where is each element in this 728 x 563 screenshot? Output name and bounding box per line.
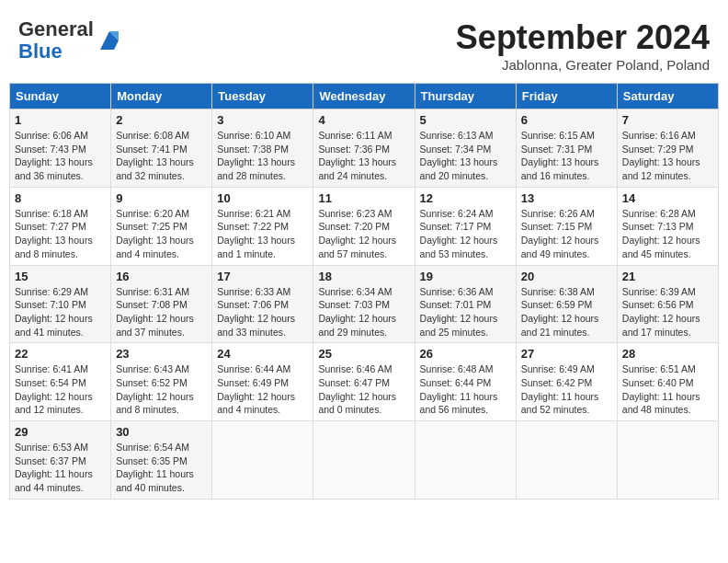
calendar-cell (617, 421, 718, 500)
day-of-week-sunday: Sunday (10, 84, 111, 109)
day-info: Sunrise: 6:06 AM Sunset: 7:43 PM Dayligh… (15, 130, 93, 181)
day-info: Sunrise: 6:48 AM Sunset: 6:44 PM Dayligh… (420, 363, 498, 415)
day-number: 18 (318, 270, 409, 283)
day-number: 13 (521, 191, 612, 205)
calendar-cell: 9Sunrise: 6:20 AM Sunset: 7:25 PM Daylig… (111, 187, 212, 265)
header: General Blue September 2024 Jablonna, Gr… (9, 9, 719, 77)
calendar-cell: 18Sunrise: 6:34 AM Sunset: 7:03 PM Dayli… (313, 265, 415, 343)
day-info: Sunrise: 6:10 AM Sunset: 7:38 PM Dayligh… (217, 130, 295, 181)
day-number: 27 (521, 347, 612, 361)
calendar-cell: 21Sunrise: 6:39 AM Sunset: 6:56 PM Dayli… (617, 265, 718, 343)
day-of-week-tuesday: Tuesday (212, 84, 313, 109)
calendar-cell: 24Sunrise: 6:44 AM Sunset: 6:49 PM Dayli… (212, 343, 313, 421)
calendar-cell: 13Sunrise: 6:26 AM Sunset: 7:15 PM Dayli… (516, 187, 617, 265)
calendar-week-5: 29Sunrise: 6:53 AM Sunset: 6:37 PM Dayli… (10, 421, 719, 500)
day-number: 30 (116, 425, 207, 439)
logo-blue: Blue (18, 40, 63, 63)
calendar-cell: 14Sunrise: 6:28 AM Sunset: 7:13 PM Dayli… (617, 187, 718, 265)
calendar-header-row: SundayMondayTuesdayWednesdayThursdayFrid… (10, 84, 719, 109)
day-of-week-friday: Friday (516, 84, 617, 109)
calendar-cell: 22Sunrise: 6:41 AM Sunset: 6:54 PM Dayli… (10, 343, 111, 421)
day-of-week-thursday: Thursday (415, 84, 516, 109)
day-number: 29 (15, 425, 106, 439)
day-info: Sunrise: 6:28 AM Sunset: 7:13 PM Dayligh… (622, 208, 700, 259)
calendar-cell: 25Sunrise: 6:46 AM Sunset: 6:47 PM Dayli… (313, 343, 415, 421)
day-info: Sunrise: 6:26 AM Sunset: 7:15 PM Dayligh… (521, 208, 599, 259)
day-info: Sunrise: 6:54 AM Sunset: 6:35 PM Dayligh… (116, 442, 194, 493)
calendar-cell (415, 421, 516, 500)
day-number: 4 (318, 113, 409, 127)
day-number: 21 (622, 270, 713, 283)
calendar-cell: 2Sunrise: 6:08 AM Sunset: 7:41 PM Daylig… (111, 109, 212, 188)
day-number: 17 (217, 270, 308, 283)
calendar-cell: 29Sunrise: 6:53 AM Sunset: 6:37 PM Dayli… (10, 421, 111, 500)
calendar-cell: 28Sunrise: 6:51 AM Sunset: 6:40 PM Dayli… (617, 343, 718, 421)
logo: General Blue (18, 18, 123, 63)
day-info: Sunrise: 6:39 AM Sunset: 6:56 PM Dayligh… (622, 286, 700, 338)
day-info: Sunrise: 6:11 AM Sunset: 7:36 PM Dayligh… (318, 130, 396, 181)
calendar-week-3: 15Sunrise: 6:29 AM Sunset: 7:10 PM Dayli… (10, 265, 719, 343)
day-info: Sunrise: 6:46 AM Sunset: 6:47 PM Dayligh… (318, 363, 396, 415)
calendar-cell: 10Sunrise: 6:21 AM Sunset: 7:22 PM Dayli… (212, 187, 313, 265)
calendar-week-4: 22Sunrise: 6:41 AM Sunset: 6:54 PM Dayli… (10, 343, 719, 421)
day-number: 8 (15, 191, 106, 205)
day-number: 3 (217, 113, 308, 127)
day-number: 20 (521, 270, 612, 283)
calendar-cell: 26Sunrise: 6:48 AM Sunset: 6:44 PM Dayli… (415, 343, 516, 421)
calendar-cell: 23Sunrise: 6:43 AM Sunset: 6:52 PM Dayli… (111, 343, 212, 421)
day-info: Sunrise: 6:20 AM Sunset: 7:25 PM Dayligh… (116, 208, 194, 259)
day-number: 25 (318, 347, 409, 361)
calendar-cell: 30Sunrise: 6:54 AM Sunset: 6:35 PM Dayli… (111, 421, 212, 500)
calendar-cell: 6Sunrise: 6:15 AM Sunset: 7:31 PM Daylig… (516, 109, 617, 188)
calendar-cell (313, 421, 415, 500)
calendar-cell: 16Sunrise: 6:31 AM Sunset: 7:08 PM Dayli… (111, 265, 212, 343)
calendar-cell: 27Sunrise: 6:49 AM Sunset: 6:42 PM Dayli… (516, 343, 617, 421)
day-number: 28 (622, 347, 713, 361)
calendar-table: SundayMondayTuesdayWednesdayThursdayFrid… (9, 83, 719, 500)
day-number: 24 (217, 347, 308, 361)
day-info: Sunrise: 6:38 AM Sunset: 6:59 PM Dayligh… (521, 286, 599, 338)
day-info: Sunrise: 6:23 AM Sunset: 7:20 PM Dayligh… (318, 208, 396, 259)
calendar-cell: 7Sunrise: 6:16 AM Sunset: 7:29 PM Daylig… (617, 109, 718, 188)
day-number: 6 (521, 113, 612, 127)
day-info: Sunrise: 6:15 AM Sunset: 7:31 PM Dayligh… (521, 130, 599, 181)
day-number: 16 (116, 270, 207, 283)
calendar-cell: 17Sunrise: 6:33 AM Sunset: 7:06 PM Dayli… (212, 265, 313, 343)
day-number: 23 (116, 347, 207, 361)
month-title: September 2024 (456, 18, 710, 57)
day-info: Sunrise: 6:34 AM Sunset: 7:03 PM Dayligh… (318, 286, 396, 338)
day-number: 2 (116, 113, 207, 127)
day-of-week-saturday: Saturday (617, 84, 718, 109)
calendar-cell (516, 421, 617, 500)
calendar-cell: 20Sunrise: 6:38 AM Sunset: 6:59 PM Dayli… (516, 265, 617, 343)
calendar-week-1: 1Sunrise: 6:06 AM Sunset: 7:43 PM Daylig… (10, 109, 719, 188)
day-info: Sunrise: 6:18 AM Sunset: 7:27 PM Dayligh… (15, 208, 93, 259)
calendar-cell: 4Sunrise: 6:11 AM Sunset: 7:36 PM Daylig… (313, 109, 415, 188)
day-number: 7 (622, 113, 713, 127)
calendar-cell: 11Sunrise: 6:23 AM Sunset: 7:20 PM Dayli… (313, 187, 415, 265)
day-number: 9 (116, 191, 207, 205)
day-number: 22 (15, 347, 106, 361)
calendar-cell: 3Sunrise: 6:10 AM Sunset: 7:38 PM Daylig… (212, 109, 313, 188)
calendar-week-2: 8Sunrise: 6:18 AM Sunset: 7:27 PM Daylig… (10, 187, 719, 265)
day-info: Sunrise: 6:33 AM Sunset: 7:06 PM Dayligh… (217, 286, 295, 338)
day-number: 14 (622, 191, 713, 205)
day-number: 26 (420, 347, 511, 361)
day-number: 11 (318, 191, 409, 205)
day-info: Sunrise: 6:44 AM Sunset: 6:49 PM Dayligh… (217, 363, 295, 415)
day-info: Sunrise: 6:53 AM Sunset: 6:37 PM Dayligh… (15, 442, 93, 493)
day-number: 12 (420, 191, 511, 205)
calendar-cell: 5Sunrise: 6:13 AM Sunset: 7:34 PM Daylig… (415, 109, 516, 188)
title-block: September 2024 Jablonna, Greater Poland,… (456, 18, 710, 73)
calendar-cell: 8Sunrise: 6:18 AM Sunset: 7:27 PM Daylig… (10, 187, 111, 265)
day-number: 1 (15, 113, 106, 127)
day-info: Sunrise: 6:08 AM Sunset: 7:41 PM Dayligh… (116, 130, 194, 181)
calendar-cell: 15Sunrise: 6:29 AM Sunset: 7:10 PM Dayli… (10, 265, 111, 343)
day-number: 10 (217, 191, 308, 205)
day-info: Sunrise: 6:24 AM Sunset: 7:17 PM Dayligh… (420, 208, 498, 259)
day-info: Sunrise: 6:16 AM Sunset: 7:29 PM Dayligh… (622, 130, 700, 181)
day-info: Sunrise: 6:31 AM Sunset: 7:08 PM Dayligh… (116, 286, 194, 338)
calendar-cell (212, 421, 313, 500)
day-info: Sunrise: 6:41 AM Sunset: 6:54 PM Dayligh… (15, 363, 93, 415)
day-info: Sunrise: 6:51 AM Sunset: 6:40 PM Dayligh… (622, 363, 700, 415)
